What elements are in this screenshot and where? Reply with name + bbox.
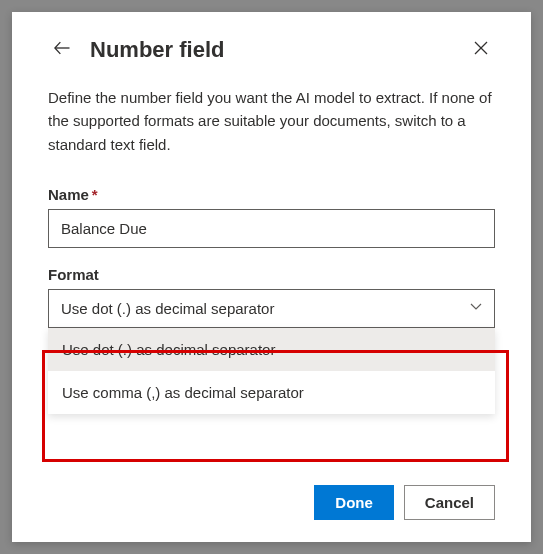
name-input[interactable]	[48, 209, 495, 248]
name-label: Name*	[48, 186, 495, 203]
required-indicator: *	[92, 186, 98, 203]
format-label: Format	[48, 266, 495, 283]
panel-header: Number field	[48, 36, 495, 64]
format-select-wrap: Use dot (.) as decimal separator Use dot…	[48, 289, 495, 328]
chevron-down-icon	[469, 300, 483, 317]
arrow-left-icon	[52, 38, 72, 62]
done-button[interactable]: Done	[314, 485, 394, 520]
format-option-dot[interactable]: Use dot (.) as decimal separator	[48, 328, 495, 371]
panel-title: Number field	[90, 37, 467, 63]
close-icon	[473, 40, 489, 60]
back-button[interactable]	[48, 36, 76, 64]
format-select[interactable]: Use dot (.) as decimal separator	[48, 289, 495, 328]
panel-description: Define the number field you want the AI …	[48, 86, 495, 156]
name-label-text: Name	[48, 186, 89, 203]
format-selected-text: Use dot (.) as decimal separator	[61, 300, 274, 317]
format-option-comma[interactable]: Use comma (,) as decimal separator	[48, 371, 495, 414]
close-button[interactable]	[467, 36, 495, 64]
cancel-button[interactable]: Cancel	[404, 485, 495, 520]
number-field-panel: Number field Define the number field you…	[12, 12, 531, 542]
panel-footer: Done Cancel	[314, 485, 495, 520]
format-dropdown-list: Use dot (.) as decimal separator Use com…	[48, 328, 495, 414]
